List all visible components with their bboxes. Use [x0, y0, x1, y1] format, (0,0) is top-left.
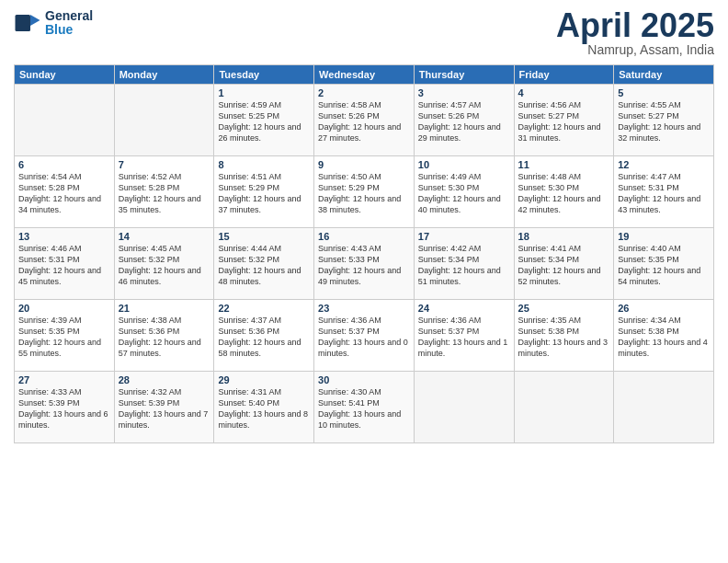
- calendar-header-row: Sunday Monday Tuesday Wednesday Thursday…: [15, 65, 714, 85]
- day-number: 29: [218, 374, 310, 385]
- col-monday: Monday: [114, 65, 214, 85]
- calendar-table: Sunday Monday Tuesday Wednesday Thursday…: [14, 64, 714, 443]
- col-saturday: Saturday: [614, 65, 714, 85]
- day-info: Sunrise: 4:52 AM Sunset: 5:28 PM Dayligh…: [119, 171, 210, 216]
- day-info: Sunrise: 4:45 AM Sunset: 5:32 PM Dayligh…: [119, 243, 210, 288]
- day-number: 6: [18, 159, 110, 170]
- calendar-cell: 4Sunrise: 4:56 AM Sunset: 5:27 PM Daylig…: [514, 85, 614, 156]
- calendar-cell: 7Sunrise: 4:52 AM Sunset: 5:28 PM Daylig…: [114, 156, 214, 228]
- day-info: Sunrise: 4:38 AM Sunset: 5:36 PM Dayligh…: [119, 315, 210, 360]
- calendar-cell: 15Sunrise: 4:44 AM Sunset: 5:32 PM Dayli…: [214, 228, 314, 300]
- calendar-week-2: 13Sunrise: 4:46 AM Sunset: 5:31 PM Dayli…: [15, 228, 714, 300]
- calendar-cell: 27Sunrise: 4:33 AM Sunset: 5:39 PM Dayli…: [15, 372, 115, 443]
- calendar-week-0: 1Sunrise: 4:59 AM Sunset: 5:25 PM Daylig…: [15, 85, 714, 156]
- calendar-cell: 28Sunrise: 4:32 AM Sunset: 5:39 PM Dayli…: [114, 372, 214, 443]
- day-number: 19: [618, 231, 710, 242]
- day-info: Sunrise: 4:31 AM Sunset: 5:40 PM Dayligh…: [218, 386, 310, 431]
- day-info: Sunrise: 4:58 AM Sunset: 5:26 PM Dayligh…: [318, 99, 410, 144]
- day-number: 17: [418, 231, 510, 242]
- day-info: Sunrise: 4:42 AM Sunset: 5:34 PM Dayligh…: [418, 243, 510, 288]
- day-number: 4: [518, 87, 610, 98]
- col-thursday: Thursday: [414, 65, 514, 85]
- svg-marker-1: [30, 15, 40, 26]
- day-info: Sunrise: 4:36 AM Sunset: 5:37 PM Dayligh…: [418, 315, 510, 360]
- calendar-cell: 11Sunrise: 4:48 AM Sunset: 5:30 PM Dayli…: [514, 156, 614, 228]
- calendar-cell: 10Sunrise: 4:49 AM Sunset: 5:30 PM Dayli…: [414, 156, 514, 228]
- day-info: Sunrise: 4:43 AM Sunset: 5:33 PM Dayligh…: [318, 243, 410, 288]
- location: Namrup, Assam, India: [556, 42, 714, 57]
- col-friday: Friday: [514, 65, 614, 85]
- calendar-cell: 16Sunrise: 4:43 AM Sunset: 5:33 PM Dayli…: [314, 228, 415, 300]
- calendar-cell: 24Sunrise: 4:36 AM Sunset: 5:37 PM Dayli…: [414, 300, 514, 372]
- day-number: 23: [318, 303, 410, 314]
- day-info: Sunrise: 4:34 AM Sunset: 5:38 PM Dayligh…: [618, 315, 710, 360]
- month-title: April 2025: [556, 9, 714, 42]
- day-info: Sunrise: 4:33 AM Sunset: 5:39 PM Dayligh…: [18, 386, 110, 431]
- col-wednesday: Wednesday: [314, 65, 415, 85]
- day-number: 14: [119, 231, 210, 242]
- day-number: 8: [218, 159, 310, 170]
- svg-rect-0: [16, 15, 31, 31]
- day-number: 12: [618, 159, 710, 170]
- day-info: Sunrise: 4:36 AM Sunset: 5:37 PM Dayligh…: [318, 315, 410, 360]
- day-number: 25: [518, 303, 610, 314]
- day-info: Sunrise: 4:49 AM Sunset: 5:30 PM Dayligh…: [418, 171, 510, 216]
- day-number: 9: [318, 159, 410, 170]
- day-number: 15: [218, 231, 310, 242]
- calendar-cell: 14Sunrise: 4:45 AM Sunset: 5:32 PM Dayli…: [114, 228, 214, 300]
- calendar-cell: 26Sunrise: 4:34 AM Sunset: 5:38 PM Dayli…: [614, 300, 714, 372]
- calendar-cell: 17Sunrise: 4:42 AM Sunset: 5:34 PM Dayli…: [414, 228, 514, 300]
- calendar-cell: [15, 85, 115, 156]
- day-number: 7: [119, 159, 210, 170]
- calendar-cell: 9Sunrise: 4:50 AM Sunset: 5:29 PM Daylig…: [314, 156, 415, 228]
- day-info: Sunrise: 4:32 AM Sunset: 5:39 PM Dayligh…: [119, 386, 210, 431]
- day-number: 24: [418, 303, 510, 314]
- day-info: Sunrise: 4:39 AM Sunset: 5:35 PM Dayligh…: [18, 315, 110, 360]
- calendar-cell: 29Sunrise: 4:31 AM Sunset: 5:40 PM Dayli…: [214, 372, 314, 443]
- calendar-cell: 6Sunrise: 4:54 AM Sunset: 5:28 PM Daylig…: [15, 156, 115, 228]
- day-info: Sunrise: 4:47 AM Sunset: 5:31 PM Dayligh…: [618, 171, 710, 216]
- calendar-cell: 18Sunrise: 4:41 AM Sunset: 5:34 PM Dayli…: [514, 228, 614, 300]
- day-number: 3: [418, 87, 510, 98]
- col-sunday: Sunday: [15, 65, 115, 85]
- calendar-cell: 1Sunrise: 4:59 AM Sunset: 5:25 PM Daylig…: [214, 85, 314, 156]
- calendar-cell: 25Sunrise: 4:35 AM Sunset: 5:38 PM Dayli…: [514, 300, 614, 372]
- day-number: 28: [119, 374, 210, 385]
- day-info: Sunrise: 4:50 AM Sunset: 5:29 PM Dayligh…: [318, 171, 410, 216]
- day-info: Sunrise: 4:46 AM Sunset: 5:31 PM Dayligh…: [18, 243, 110, 288]
- logo-text: General Blue: [45, 9, 93, 38]
- day-info: Sunrise: 4:55 AM Sunset: 5:27 PM Dayligh…: [618, 99, 710, 144]
- day-info: Sunrise: 4:41 AM Sunset: 5:34 PM Dayligh…: [518, 243, 610, 288]
- day-number: 22: [218, 303, 310, 314]
- day-number: 10: [418, 159, 510, 170]
- title-block: April 2025 Namrup, Assam, India: [556, 9, 714, 57]
- page-container: General Blue April 2025 Namrup, Assam, I…: [0, 0, 728, 563]
- header: General Blue April 2025 Namrup, Assam, I…: [14, 9, 714, 57]
- day-info: Sunrise: 4:48 AM Sunset: 5:30 PM Dayligh…: [518, 171, 610, 216]
- calendar-cell: 21Sunrise: 4:38 AM Sunset: 5:36 PM Dayli…: [114, 300, 214, 372]
- calendar-week-1: 6Sunrise: 4:54 AM Sunset: 5:28 PM Daylig…: [15, 156, 714, 228]
- day-number: 16: [318, 231, 410, 242]
- calendar-week-4: 27Sunrise: 4:33 AM Sunset: 5:39 PM Dayli…: [15, 372, 714, 443]
- calendar-week-3: 20Sunrise: 4:39 AM Sunset: 5:35 PM Dayli…: [15, 300, 714, 372]
- day-number: 11: [518, 159, 610, 170]
- day-number: 18: [518, 231, 610, 242]
- day-info: Sunrise: 4:35 AM Sunset: 5:38 PM Dayligh…: [518, 315, 610, 360]
- day-info: Sunrise: 4:30 AM Sunset: 5:41 PM Dayligh…: [318, 386, 410, 431]
- calendar-cell: 20Sunrise: 4:39 AM Sunset: 5:35 PM Dayli…: [15, 300, 115, 372]
- day-number: 20: [18, 303, 110, 314]
- day-number: 2: [318, 87, 410, 98]
- day-info: Sunrise: 4:51 AM Sunset: 5:29 PM Dayligh…: [218, 171, 310, 216]
- calendar-cell: 23Sunrise: 4:36 AM Sunset: 5:37 PM Dayli…: [314, 300, 415, 372]
- logo-general: General: [45, 9, 93, 23]
- calendar-cell: 19Sunrise: 4:40 AM Sunset: 5:35 PM Dayli…: [614, 228, 714, 300]
- day-info: Sunrise: 4:40 AM Sunset: 5:35 PM Dayligh…: [618, 243, 710, 288]
- logo: General Blue: [14, 9, 93, 38]
- calendar-cell: 30Sunrise: 4:30 AM Sunset: 5:41 PM Dayli…: [314, 372, 415, 443]
- calendar-cell: [614, 372, 714, 443]
- calendar-cell: 12Sunrise: 4:47 AM Sunset: 5:31 PM Dayli…: [614, 156, 714, 228]
- day-number: 26: [618, 303, 710, 314]
- calendar-cell: 22Sunrise: 4:37 AM Sunset: 5:36 PM Dayli…: [214, 300, 314, 372]
- day-number: 1: [218, 87, 310, 98]
- calendar-cell: 2Sunrise: 4:58 AM Sunset: 5:26 PM Daylig…: [314, 85, 415, 156]
